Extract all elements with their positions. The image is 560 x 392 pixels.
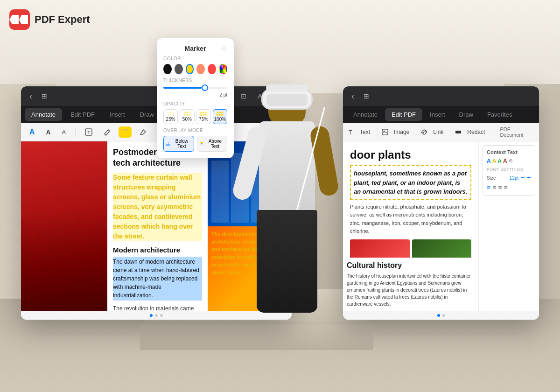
align-left-btn[interactable]: ≡ [487, 184, 490, 191]
align-justify-btn[interactable]: ≡ [504, 184, 508, 191]
text-btn[interactable]: Text [356, 127, 374, 137]
ctx-color-A3[interactable]: A [497, 158, 502, 164]
right-pdf-window: ‹ ⊞ Annotate Edit PDF Insert Draw Favori… [343, 86, 539, 320]
font-settings-row: Size 12pt − + [487, 174, 531, 182]
font-size-minus[interactable]: − [520, 174, 525, 182]
sep-1 [378, 126, 378, 138]
right-tab-annotate[interactable]: Annotate [347, 108, 384, 121]
opacity-dots-75 [200, 112, 207, 116]
ctx-color-A4[interactable]: A [503, 158, 507, 164]
popup-star[interactable]: ☆ [221, 45, 227, 52]
arch-col3 [251, 168, 268, 223]
above-text-btn[interactable]: T Above Text [197, 136, 228, 152]
annotation-toolbar: A A A T ↩ [21, 123, 292, 141]
text-small-btn[interactable]: A [58, 127, 70, 137]
back-button[interactable]: ‹ [27, 91, 35, 102]
opacity-75[interactable]: 75% [196, 109, 211, 124]
font-size-plus[interactable]: + [527, 174, 531, 182]
align-right-btn[interactable]: ≡ [498, 184, 502, 191]
context-text-panel: Context Text A A A A ⊕ FONT SETTINGS Siz… [483, 145, 535, 196]
right-tab-favorites[interactable]: Favorites [481, 108, 518, 121]
color-red[interactable] [208, 64, 216, 74]
svg-text:T: T [201, 143, 203, 146]
od18 [205, 114, 207, 116]
font-settings-label: FONT SETTINGS [487, 167, 531, 172]
ctx-color-A1[interactable]: A [487, 158, 491, 164]
red-arch-image [21, 141, 107, 311]
more-button[interactable]: ··· [273, 91, 286, 102]
pen-btn[interactable] [100, 126, 115, 138]
spacer [113, 301, 202, 304]
right-tab-draw[interactable]: Draw [453, 108, 480, 121]
undo-btn[interactable]: ↩ [274, 126, 287, 137]
popup-colors [163, 64, 227, 74]
text-medium-btn[interactable]: A [42, 126, 55, 138]
image-group: Image [382, 127, 413, 137]
opacity-dots-100 [217, 112, 223, 116]
cultural-section: Cultural history The history of housepla… [343, 258, 478, 311]
od20 [219, 112, 221, 113]
right-grid-button[interactable]: ⊞ [360, 91, 373, 102]
od12 [189, 114, 190, 116]
font-size-label: Size [487, 175, 496, 181]
svg-rect-3 [122, 131, 128, 134]
text-box-btn[interactable]: T [81, 126, 96, 138]
thickness-label: THICKNESS [163, 78, 227, 83]
align-center-btn[interactable]: ≡ [492, 184, 496, 191]
color-yellow[interactable] [186, 64, 194, 74]
link-btn[interactable]: Link [429, 127, 447, 137]
text-size-button[interactable]: Aa [254, 91, 269, 102]
right-dot-2 [442, 314, 445, 317]
image-btn[interactable]: Image [390, 127, 413, 137]
color-black[interactable] [163, 64, 172, 74]
overlay-label: OVERLAY MODE [163, 128, 227, 133]
color-rainbow[interactable] [219, 64, 227, 74]
eraser-btn[interactable] [135, 126, 150, 138]
sep1 [75, 127, 76, 137]
color-dark[interactable] [175, 64, 183, 74]
od19 [217, 112, 218, 113]
right-page-dots [343, 311, 539, 320]
opacity-25[interactable]: 25% [163, 109, 178, 124]
arch-col1 [211, 161, 229, 223]
sofa-seat [140, 324, 373, 350]
opacity-100[interactable]: 100% [213, 109, 227, 124]
od24 [221, 114, 223, 116]
left-pdf-window: ‹ ⊞ ⌕ ⊡ Aa ··· Annotate Edit PDF Insert … [21, 86, 292, 320]
link-group: Link [421, 127, 447, 137]
right-back-button[interactable]: ‹ [349, 91, 357, 102]
od17 [203, 114, 204, 116]
page-button[interactable]: ⊡ [237, 91, 250, 102]
tab-annotate[interactable]: Annotate [25, 108, 62, 121]
opacity-50[interactable]: 50% [180, 109, 194, 124]
sep-2 [417, 126, 417, 138]
right-tab-edit-pdf[interactable]: Edit PDF [385, 108, 422, 121]
od1 [168, 112, 169, 113]
od11 [186, 114, 188, 116]
left-toolbar: ‹ ⊞ ⌕ ⊡ Aa ··· [21, 86, 292, 106]
text-large-btn[interactable]: A [26, 126, 39, 138]
tab-edit-pdf[interactable]: Edit PDF [64, 108, 101, 121]
doc-highlighted-text: Some feature curtain wall structures wra… [113, 173, 202, 241]
right-dot-1 [437, 314, 440, 317]
ctx-color-A2[interactable]: A [492, 158, 497, 164]
above-text-label: Above Text [205, 139, 225, 149]
slider-thumb[interactable] [202, 84, 208, 91]
redact-btn[interactable]: Redact [463, 127, 489, 137]
pdf-document-label: PDF Document [500, 126, 534, 138]
thickness-slider[interactable] [163, 87, 227, 89]
right-tab-insert[interactable]: Insert [423, 108, 452, 121]
opacity-75-label: 75% [199, 117, 208, 122]
color-salmon[interactable] [196, 64, 205, 74]
marker-btn[interactable] [119, 126, 132, 138]
below-text-label: Below Text [172, 139, 191, 149]
tab-insert[interactable]: Insert [103, 108, 132, 121]
arch-col4 [271, 157, 288, 223]
svg-marker-0 [19, 15, 28, 24]
grid-button[interactable]: ⊞ [38, 91, 51, 102]
ctx-color-circle[interactable]: ⊕ [509, 158, 513, 164]
below-text-btn[interactable]: T Below Text [163, 136, 194, 152]
alignment-group: ≡ ≡ ≡ ≡ [487, 184, 531, 191]
od8 [186, 112, 188, 113]
logo-svg [19, 14, 30, 25]
